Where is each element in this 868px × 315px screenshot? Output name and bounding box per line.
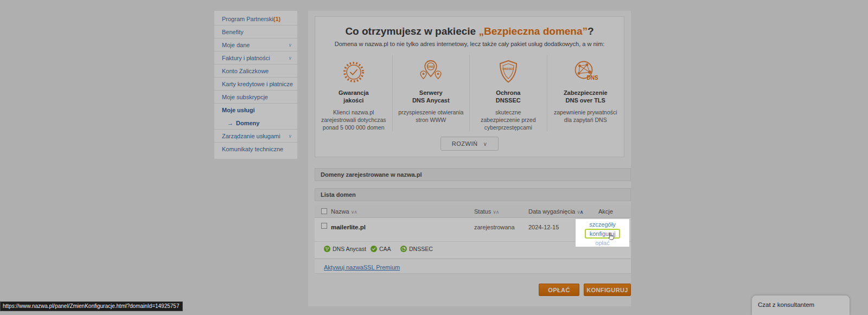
- status-bar-url: https://www.nazwa.pl/panel/ZmienKonfigur…: [0, 301, 183, 311]
- pay-link[interactable]: opłać: [576, 239, 629, 247]
- konfiguruj-highlight-frame: konfiguruj: [585, 229, 621, 239]
- nazwa-pl-panel-page: Program Partnerski(1) Benefity Moje dane…: [0, 0, 868, 315]
- hand-cursor-icon: [607, 232, 615, 242]
- actions-highlight-box: szczegóły konfiguruj opłać: [576, 219, 629, 247]
- details-link[interactable]: szczegóły: [576, 221, 629, 228]
- dim-overlay: [0, 0, 868, 315]
